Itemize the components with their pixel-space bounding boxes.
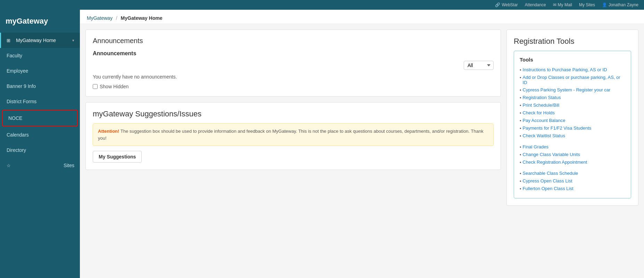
breadcrumb-current: MyGateway Home [121,15,163,21]
sidebar-item-district-forms[interactable]: District Forms [0,94,80,109]
tool-pay-balance-link[interactable]: Pay Account Balance [523,118,565,123]
tool-print-schedule-link[interactable]: Print Schedule/Bill [523,103,560,108]
tool-cypress-open-class: Cypress Open Class List [520,177,625,185]
no-announcements-text: You currently have no announcements. [93,74,494,80]
tool-searchable-schedule: Searchable Class Schedule [520,170,625,177]
sidebar-item-noce[interactable]: NOCE [2,110,78,126]
tool-instructions-parking: Instructions to Purchase Parking, AS or … [520,66,625,74]
sidebar-item-mygateway-home[interactable]: ⊞ MyGateway Home ▾ [0,33,80,48]
tool-add-drop: Add or Drop Classes or purchase parking,… [520,74,625,86]
content-area: MyGateway / MyGateway Home Announcements… [80,10,644,278]
tool-searchable-schedule-link[interactable]: Searchable Class Schedule [523,171,578,176]
star-icon: ☆ [7,163,11,168]
tool-add-drop-link[interactable]: Add or Drop Classes or purchase parking,… [523,75,625,85]
tool-print-schedule: Print Schedule/Bill [520,101,625,109]
top-bar-webstar[interactable]: 🔗 WebStar [495,2,518,7]
tool-final-grades: Final Grades [520,143,625,151]
tool-change-class-variable: Change Class Variable Units [520,151,625,158]
announcements-card-title: Announcements [93,37,494,45]
tools-box-title: Tools [520,57,625,63]
sidebar-logo: myGateway [0,10,80,33]
show-hidden-row: Show Hidden [93,84,494,89]
announcements-card: Announcements Announcements All Unread H… [85,30,501,97]
top-bar-mysites[interactable]: My Sites [579,2,595,7]
attention-label: Attention! [98,129,119,134]
breadcrumb: MyGateway / MyGateway Home [80,10,644,24]
top-bar-user[interactable]: 👤 Jonathan Zayne [602,2,638,7]
tool-f1f2-payments-link[interactable]: Payments for F1/F2 Visa Students [523,125,592,131]
breadcrumb-parent[interactable]: MyGateway [87,15,113,21]
sidebar-item-directory[interactable]: Directory [0,142,80,158]
suggestions-title: myGateway Suggestions/Issues [93,109,494,118]
tool-cypress-open-class-link[interactable]: Cypress Open Class List [523,178,572,183]
top-bar-attendance[interactable]: Attendance [525,2,546,7]
grid-icon: ⊞ [7,38,10,43]
tool-check-waitlist: Check Waitlist Status [520,132,625,140]
tool-pay-balance: Pay Account Balance [520,117,625,124]
tool-change-class-variable-link[interactable]: Change Class Variable Units [523,152,580,157]
tool-check-waitlist-link[interactable]: Check Waitlist Status [523,133,565,138]
tools-box: Tools Instructions to Purchase Parking, … [514,51,631,198]
tool-check-holds-link[interactable]: Check for Holds [523,110,555,115]
top-bar-mymail[interactable]: ✉ My Mail [553,2,572,7]
announcements-filter-select[interactable]: All Unread Hidden [464,61,494,70]
sidebar: myGateway ⊞ MyGateway Home ▾ Faculty Emp… [0,10,80,278]
left-panel: Announcements Announcements All Unread H… [85,30,501,272]
tools-group-3: Searchable Class Schedule Cypress Open C… [520,170,625,193]
tool-instructions-parking-link[interactable]: Instructions to Purchase Parking, AS or … [523,67,607,72]
announcements-section-title: Announcements [93,50,494,57]
tool-check-holds: Check for Holds [520,109,625,117]
show-hidden-checkbox[interactable] [93,84,98,89]
tool-check-registration-appt: Check Registration Appointment [520,158,625,166]
my-suggestions-button[interactable]: My Suggestions [93,151,142,163]
breadcrumb-separator: / [116,15,117,21]
tool-registration-status: Registration Status [520,94,625,101]
tool-fullerton-open-class-link[interactable]: Fullerton Open Class List [523,186,573,191]
tool-cypress-parking: Cypress Parking System - Register your c… [520,86,625,94]
tool-fullerton-open-class: Fullerton Open Class List [520,185,625,193]
tool-registration-status-link[interactable]: Registration Status [523,95,561,100]
sidebar-item-employee[interactable]: Employee [0,63,80,79]
tools-group-2: Final Grades Change Class Variable Units… [520,143,625,166]
tool-cypress-parking-link[interactable]: Cypress Parking System - Register your c… [523,87,611,92]
top-bar: 🔗 WebStar Attendance ✉ My Mail My Sites … [0,0,644,10]
show-hidden-label[interactable]: Show Hidden [100,84,129,89]
attention-box: Attention! The suggestion box should be … [93,123,494,146]
sidebar-item-banner9[interactable]: Banner 9 Info [0,79,80,94]
suggestions-card: myGateway Suggestions/Issues Attention! … [85,102,501,170]
sidebar-item-calendars[interactable]: Calendars [0,127,80,142]
tools-group-1: Instructions to Purchase Parking, AS or … [520,66,625,140]
registration-tools-title: Registration Tools [514,37,631,46]
attention-text: The suggestion box should be used to pro… [98,129,484,141]
tool-check-registration-appt-link[interactable]: Check Registration Appointment [523,160,587,165]
registration-tools-card: Registration Tools Tools Instructions to… [506,30,638,206]
tool-final-grades-link[interactable]: Final Grades [523,144,548,149]
tool-f1f2-payments: Payments for F1/F2 Visa Students [520,124,625,132]
sidebar-item-faculty[interactable]: Faculty [0,48,80,63]
chevron-down-icon: ▾ [72,38,74,43]
right-panel: Registration Tools Tools Instructions to… [506,30,638,272]
sidebar-item-sites[interactable]: ☆ Sites [0,158,80,173]
